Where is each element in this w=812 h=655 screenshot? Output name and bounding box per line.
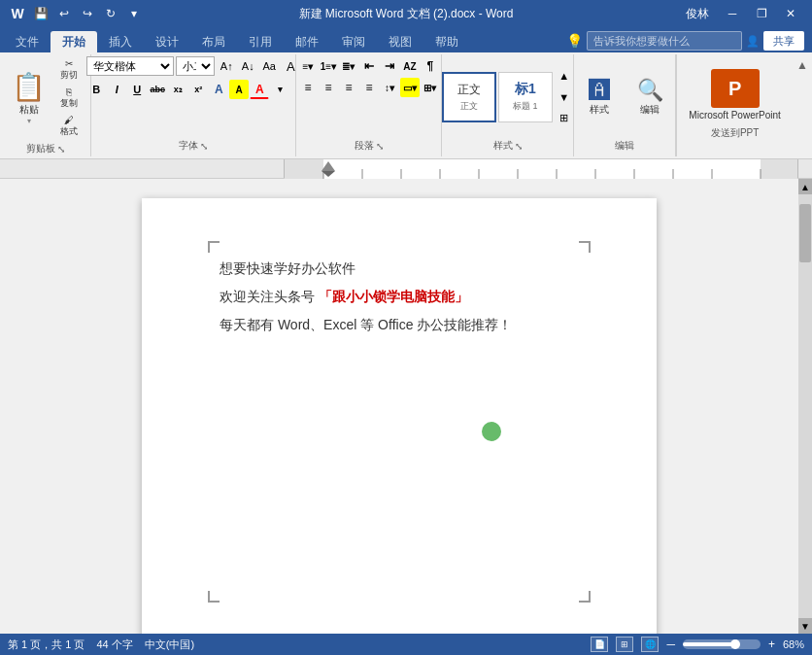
view-print-btn[interactable]: 📄 (591, 637, 608, 652)
clipboard-expand-icon[interactable]: ⤡ (57, 144, 65, 155)
zoom-out-icon[interactable]: ─ (666, 638, 675, 651)
style-normal[interactable]: 正文 正文 (442, 72, 496, 122)
strikethrough-button[interactable]: abc (148, 80, 167, 99)
paragraph-expand-icon[interactable]: ⤡ (376, 141, 384, 152)
bullet-list-btn[interactable]: ≡▾ (298, 56, 318, 76)
ribbon-collapse-btn[interactable]: ▲ (793, 54, 812, 156)
multilevel-list-btn[interactable]: ≣▾ (339, 56, 358, 76)
close-btn[interactable]: ✕ (777, 0, 804, 27)
editor-icon: 🔍 (637, 78, 663, 103)
svg-rect-2 (761, 159, 797, 179)
scroll-track[interactable] (798, 194, 812, 618)
tab-help[interactable]: 帮助 (423, 31, 470, 52)
border-btn[interactable]: ⊞▾ (421, 78, 440, 97)
font-size-select[interactable]: 小二 (176, 56, 215, 76)
styles-button[interactable]: 🅰 样式 (575, 74, 624, 121)
show-marks-btn[interactable]: ¶ (421, 56, 440, 76)
tab-insert[interactable]: 插入 (97, 31, 144, 52)
page-content: 想要快速学好办公软件 欢迎关注头条号 「跟小小锁学电脑技能」 每天都有 Word… (220, 257, 579, 338)
share-button[interactable]: 共享 (763, 31, 804, 51)
font-size-decrease-btn[interactable]: A↓ (238, 56, 257, 76)
tab-review[interactable]: 审阅 (330, 31, 377, 52)
view-web-btn[interactable]: 🌐 (641, 637, 659, 652)
increase-indent-btn[interactable]: ⇥ (380, 56, 399, 76)
editor-button[interactable]: 🔍 编辑 (626, 74, 674, 121)
styles-expand[interactable]: ⊞ (555, 109, 574, 128)
zoom-slider[interactable] (683, 639, 761, 649)
ruler-inner (284, 159, 798, 178)
font-size-increase-btn[interactable]: A↑ (217, 56, 236, 76)
restore-btn[interactable]: ❐ (748, 0, 775, 27)
style-h1-label: 标题 1 (513, 100, 538, 113)
ppt-icon[interactable]: P (711, 69, 760, 108)
vertical-scrollbar[interactable]: ▲ ▼ (798, 179, 812, 634)
minimize-btn[interactable]: ─ (719, 0, 746, 27)
decrease-indent-btn[interactable]: ⇤ (359, 56, 379, 76)
change-case-btn[interactable]: Aa (259, 56, 279, 76)
person-icon[interactable]: 👤 (746, 35, 760, 48)
superscript-button[interactable]: x² (188, 80, 208, 99)
paste-button[interactable]: 📋 粘贴 ▾ (6, 63, 51, 133)
tab-file[interactable]: 文件 (4, 31, 51, 52)
subscript-button[interactable]: x₂ (168, 80, 187, 99)
align-right-btn[interactable]: ≡ (339, 78, 358, 97)
document-scroll[interactable]: 想要快速学好办公软件 欢迎关注头条号 「跟小小锁学电脑技能」 每天都有 Word… (0, 179, 798, 634)
font-color-btn[interactable]: A (250, 80, 269, 99)
ppt-label: Microsoft PowerPoint (689, 110, 780, 121)
font-family-select[interactable]: 华文楷体 (86, 56, 174, 76)
cut-button[interactable]: ✂ 剪切 (53, 56, 85, 84)
tab-design[interactable]: 设计 (144, 31, 190, 52)
underline-button[interactable]: U (127, 80, 147, 99)
style-h1-preview: 标1 (515, 81, 536, 98)
view-layout-btn[interactable]: ⊞ (616, 637, 633, 652)
font-color-dropdown[interactable]: ▾ (270, 80, 289, 99)
paste-dropdown-icon[interactable]: ▾ (27, 117, 31, 125)
redo2-quick-btn[interactable]: ↻ (101, 4, 120, 23)
fill-color-btn[interactable]: ▭▾ (400, 78, 420, 97)
tab-home[interactable]: 开始 (51, 31, 97, 52)
tab-view[interactable]: 视图 (377, 31, 423, 52)
copy-button[interactable]: ⎘ 复制 (53, 85, 85, 112)
clipboard-content: 📋 粘贴 ▾ ✂ 剪切 ⎘ 复制 🖌 格式 (6, 56, 85, 140)
highlight-btn[interactable]: A (229, 80, 249, 99)
line-spacing-btn[interactable]: ↕▾ (380, 78, 399, 97)
save-quick-btn[interactable]: 💾 (31, 4, 51, 23)
justify-btn[interactable]: ≡ (359, 78, 379, 97)
styles-scroll-up[interactable]: ▲ (555, 66, 574, 86)
numbered-list-btn[interactable]: 1≡▾ (319, 56, 338, 76)
svg-rect-1 (285, 159, 323, 179)
font-expand-icon[interactable]: ⤡ (200, 141, 208, 152)
scroll-down-btn[interactable]: ▼ (798, 618, 812, 634)
sort-btn[interactable]: AZ (400, 56, 420, 76)
style-heading1[interactable]: 标1 标题 1 (498, 72, 553, 122)
ruler (0, 159, 812, 179)
font-row-2: B I U abc x₂ x² A A A ▾ (86, 80, 289, 99)
align-center-btn[interactable]: ≡ (319, 78, 338, 97)
bold-button[interactable]: B (86, 80, 106, 99)
svg-rect-0 (285, 159, 797, 179)
style-normal-label: 正文 (460, 100, 478, 113)
scroll-thumb[interactable] (799, 204, 811, 262)
zoom-track (683, 642, 735, 646)
scroll-up-btn[interactable]: ▲ (798, 179, 812, 194)
title-bar: W 💾 ↩ ↪ ↻ ▾ 新建 Microsoft Word 文档 (2).doc… (0, 0, 812, 27)
doc-line2-highlight: 「跟小小锁学电脑技能」 (319, 289, 468, 304)
tab-mailings[interactable]: 邮件 (284, 31, 330, 52)
customize-quick-btn[interactable]: ▾ (124, 4, 144, 23)
tab-layout[interactable]: 布局 (190, 31, 237, 52)
para-row-1: ≡▾ 1≡▾ ≣▾ ⇤ ⇥ AZ ¶ (298, 56, 440, 76)
zoom-in-icon[interactable]: + (768, 638, 775, 651)
text-effect-btn[interactable]: A (209, 80, 228, 99)
format-painter-button[interactable]: 🖌 格式 (53, 113, 85, 140)
tab-references[interactable]: 引用 (237, 31, 284, 52)
search-input[interactable] (587, 31, 742, 51)
editor-group-label: 编辑 (615, 137, 634, 155)
styles-expand-icon[interactable]: ⤡ (515, 141, 523, 152)
cut-icon: ✂ (65, 58, 73, 69)
redo-quick-btn[interactable]: ↪ (78, 4, 97, 23)
styles-scroll-down[interactable]: ▼ (555, 87, 574, 107)
format-painter-icon: 🖌 (64, 115, 74, 125)
italic-button[interactable]: I (107, 80, 126, 99)
undo-quick-btn[interactable]: ↩ (54, 4, 74, 23)
align-left-btn[interactable]: ≡ (298, 78, 318, 97)
